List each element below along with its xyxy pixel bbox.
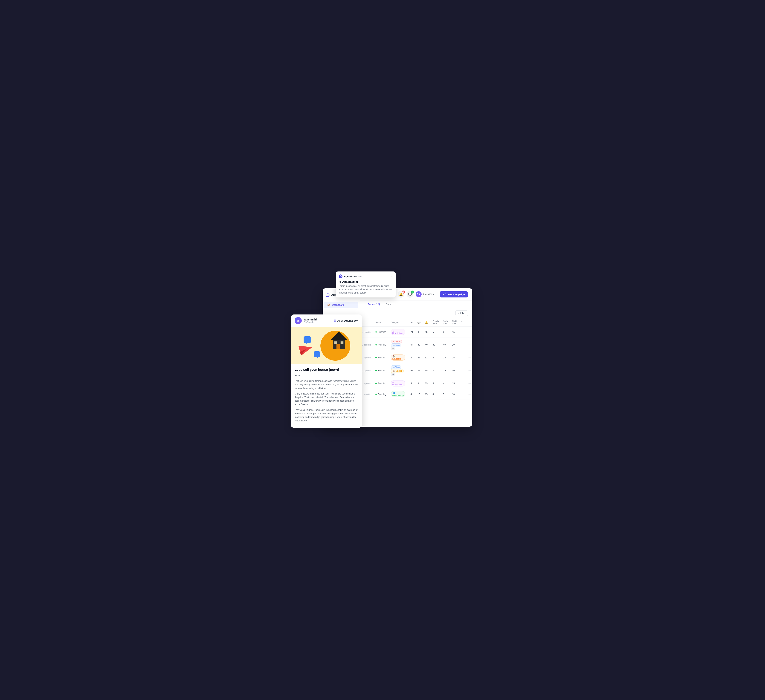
category-cell: 👥 Membership (389, 389, 409, 400)
tag-mlsit: 🏠 MLS/IT (391, 369, 404, 373)
campaigns-table: Status Category ✉ 💬 🔔 Emails Sen (360, 318, 472, 400)
hero-bubble2 (314, 351, 320, 357)
messages-badge: 6 (411, 291, 414, 294)
col-category: Category (389, 318, 409, 327)
dashboard-icon: 🏠 (327, 304, 330, 306)
col-notif-icon: 🔔 (423, 318, 430, 327)
row-more-btn[interactable]: ··· (466, 389, 472, 400)
card-user-name: Jane Smith (304, 318, 318, 321)
notifs-sent: 25 (450, 352, 466, 363)
email-count: 8 (408, 352, 415, 363)
svg-marker-3 (331, 332, 347, 340)
table-row: ...specific Running ◎ Newsletters 5 4 35… (360, 378, 472, 389)
table-row: ...specific Running 📚 Education 8 45 52 … (360, 352, 472, 363)
sms-sent: 5 (441, 389, 450, 400)
notif-count: 15 (423, 389, 430, 400)
status-cell: Running (373, 363, 389, 378)
card-hero (291, 327, 362, 364)
toast-close-btn[interactable]: ⌄ (391, 275, 393, 278)
table-row: ...specific Running 👥 Membership 4 10 15… (360, 389, 472, 400)
row-more-btn[interactable]: ··· (466, 352, 472, 363)
campaign-name: ...specific (360, 327, 373, 337)
table-row: ...specific Running 🛍 Shop🏠 MLS/IT+4 62 … (360, 363, 472, 378)
sms-sent: 40 (441, 337, 450, 352)
create-campaign-button[interactable]: + Create Campaign (440, 291, 468, 297)
status-cell: Running (373, 337, 389, 352)
tag-membership: 👥 Membership (391, 391, 406, 397)
card-para1: I noticed your listing for [address] was… (294, 379, 358, 390)
campaign-name: ...specific (360, 363, 373, 378)
email-card: JS Jane Smith Co-Founder AgentAgentBook (291, 315, 362, 428)
more-tags: +2 (391, 347, 395, 350)
messages-btn[interactable]: 💬 6 (407, 291, 413, 298)
tab-archived[interactable]: Archived (383, 300, 398, 308)
sms-sent: 15 (441, 352, 450, 363)
row-more-btn[interactable]: ··· (466, 327, 472, 337)
campaign-name: ...specific (360, 389, 373, 400)
tag-event: 🗓 Event (391, 340, 402, 343)
sidebar-item-dashboard[interactable]: 🏠 Dashboard (324, 302, 358, 308)
sms-count: 45 (415, 352, 423, 363)
card-header: JS Jane Smith Co-Founder AgentAgentBook (291, 315, 362, 327)
campaign-name: ...specific (360, 352, 373, 363)
notif-count: 52 (423, 352, 430, 363)
notif-count: 45 (423, 327, 430, 337)
col-status: Status (373, 318, 389, 327)
sms-count: 4 (415, 378, 423, 389)
card-para3: I have sold [number] houses in [neighbor… (294, 408, 358, 423)
sms-count: 10 (415, 389, 423, 400)
col-notifs-sent: Notifications Sent (450, 318, 466, 327)
tag-newsletters: ◎ Newsletters (391, 329, 406, 335)
category-cell: ◎ Newsletters (389, 327, 409, 337)
email-count: 62 (408, 363, 415, 378)
col-sms-icon: 💬 (415, 318, 423, 327)
notif-count: 35 (423, 378, 430, 389)
toast-time: now (358, 275, 362, 277)
table-area: ≡ Filter Status Category ✉ (360, 308, 472, 427)
category-cell: ◎ Newsletters (389, 378, 409, 389)
card-brand: AgentAgentBook (334, 319, 358, 322)
house-icon (329, 331, 349, 351)
card-user-title: Co-Founder (304, 321, 318, 323)
card-greeting: Hello (294, 374, 358, 378)
toast-title: Hi Anastassia! (339, 280, 393, 283)
card-para2: Many times, when homes don't sell, real … (294, 392, 358, 406)
tab-active[interactable]: Active (15) (365, 300, 383, 308)
emails-sent: 5 (430, 327, 441, 337)
col-campaign (360, 318, 373, 327)
notifs-sent: 10 (450, 389, 466, 400)
filter-button[interactable]: ≡ Filter (455, 310, 468, 316)
col-email-icon: ✉ (408, 318, 415, 327)
filter-icon: ≡ (458, 312, 459, 315)
tag-shop: 🛍 Shop (391, 343, 401, 347)
col-actions (466, 318, 472, 327)
notifs-sent: 15 (450, 327, 466, 337)
svg-rect-6 (334, 341, 337, 344)
campaign-name: ...specific (360, 337, 373, 352)
email-count: 21 (408, 327, 415, 337)
tabs-bar: Active (15) Archived (360, 300, 472, 308)
row-more-btn[interactable]: ··· (466, 337, 472, 352)
user-info[interactable]: RK Raza Khan ▾ (416, 291, 438, 297)
row-more-btn[interactable]: ··· (466, 363, 472, 378)
email-count: 4 (408, 389, 415, 400)
user-name-label: Raza Khan (423, 293, 435, 296)
card-body: Let's sell your house (now)! Hello I not… (291, 364, 362, 428)
table-row: ...specific Running ◎ Newsletters 21 4 4… (360, 327, 472, 337)
row-more-btn[interactable]: ··· (466, 378, 472, 389)
svg-rect-4 (336, 344, 340, 349)
tag-newsletters: ◎ Newsletters (391, 380, 406, 387)
status-badge: Running (375, 356, 386, 359)
header-right: 🔔 10 💬 6 RK Raza Khan ▾ + Create Campaig… (398, 291, 468, 298)
table-toolbar: ≡ Filter (360, 308, 472, 318)
toast-app-icon (339, 274, 343, 278)
chevron-down-icon: ▾ (436, 293, 438, 296)
sms-count: 4 (415, 327, 423, 337)
category-cell: 🗓 Event🛍 Shop+2 (389, 337, 409, 352)
emails-sent: 4 (430, 389, 441, 400)
notif-count: 45 (423, 363, 430, 378)
notifications-btn[interactable]: 🔔 10 (398, 291, 405, 298)
emails-sent: 5 (430, 378, 441, 389)
category-cell: 📚 Education (389, 352, 409, 363)
notifs-sent: 15 (450, 378, 466, 389)
